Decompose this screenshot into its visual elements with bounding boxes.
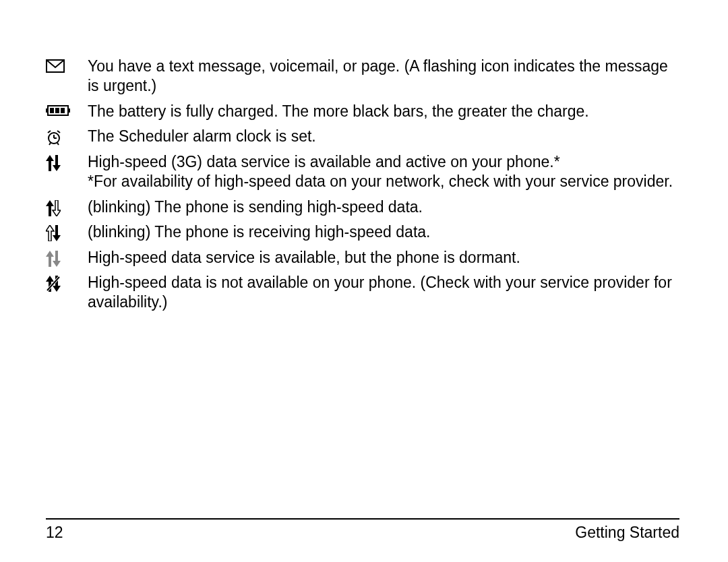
battery-full-icon	[46, 102, 88, 117]
item-text: You have a text message, voicemail, or p…	[88, 57, 679, 96]
icon-description-list: You have a text message, voicemail, or p…	[46, 57, 679, 318]
page-number: 12	[46, 524, 63, 542]
svg-marker-21	[53, 251, 61, 267]
manual-page: You have a text message, voicemail, or p…	[0, 0, 728, 562]
item-text: High-speed data service is available, bu…	[88, 248, 679, 268]
data-receiving-icon	[46, 222, 88, 241]
svg-marker-15	[53, 155, 61, 171]
list-item: You have a text message, voicemail, or p…	[46, 57, 679, 96]
svg-marker-17	[53, 200, 61, 216]
svg-rect-3	[68, 108, 70, 113]
svg-line-12	[49, 143, 51, 145]
page-footer: 12 Getting Started	[46, 518, 679, 542]
item-text: High-speed data is not available on your…	[88, 273, 679, 313]
svg-line-11	[57, 131, 60, 133]
svg-marker-18	[46, 225, 54, 241]
list-item: The Scheduler alarm clock is set.	[46, 127, 679, 146]
item-text-extra: *For availability of high-speed data on …	[88, 172, 679, 191]
svg-rect-6	[61, 108, 65, 113]
list-item: (blinking) The phone is receiving high-s…	[46, 222, 679, 242]
list-item: The battery is fully charged. The more b…	[46, 102, 679, 121]
item-text: (blinking) The phone is receiving high-s…	[88, 222, 679, 242]
section-title: Getting Started	[575, 524, 679, 542]
svg-rect-2	[46, 108, 48, 113]
alarm-clock-icon	[46, 127, 88, 146]
svg-marker-19	[53, 225, 61, 241]
svg-marker-14	[46, 155, 54, 171]
item-text: (blinking) The phone is sending high-spe…	[88, 197, 679, 217]
svg-rect-4	[50, 108, 54, 113]
data-active-icon	[46, 152, 88, 171]
svg-marker-20	[46, 251, 54, 267]
data-dormant-icon	[46, 248, 88, 267]
data-sending-icon	[46, 197, 88, 216]
item-text: The battery is fully charged. The more b…	[88, 102, 679, 121]
envelope-icon	[46, 57, 88, 73]
data-unavailable-icon	[46, 273, 88, 292]
svg-line-13	[57, 143, 59, 145]
svg-rect-5	[55, 108, 59, 113]
list-item: High-speed data service is available, bu…	[46, 248, 679, 268]
svg-line-10	[48, 131, 51, 133]
item-text: High-speed (3G) data service is availabl…	[88, 152, 679, 192]
item-text-main: High-speed (3G) data service is availabl…	[88, 153, 560, 170]
list-item: High-speed (3G) data service is availabl…	[46, 152, 679, 192]
list-item: (blinking) The phone is sending high-spe…	[46, 197, 679, 217]
list-item: High-speed data is not available on your…	[46, 273, 679, 313]
svg-marker-16	[46, 200, 54, 216]
item-text: The Scheduler alarm clock is set.	[88, 127, 679, 146]
